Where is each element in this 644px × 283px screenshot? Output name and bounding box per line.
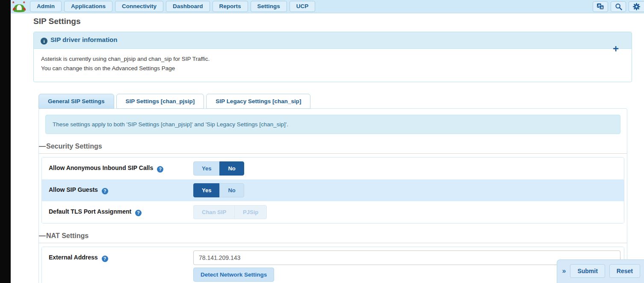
tls-chan-sip-button: Chan SIP xyxy=(193,205,234,219)
row-allow-sip-guests: Allow SIP Guests ? Yes No xyxy=(42,179,624,201)
allow-anonymous-yes-button[interactable]: Yes xyxy=(193,161,219,176)
allow-anonymous-label: Allow Anonymous Inbound SIP Calls ? xyxy=(49,164,193,173)
allow-sip-guests-toggle: Yes No xyxy=(193,183,244,197)
nav-item-admin[interactable]: Admin xyxy=(30,1,62,12)
collapse-dash-icon: — xyxy=(39,232,46,239)
row-default-tls-port: Default TLS Port Assignment ? Chan SIP P… xyxy=(42,201,624,223)
svg-text:*: * xyxy=(12,1,15,6)
search-button[interactable] xyxy=(611,1,626,12)
nav-item-reports[interactable]: Reports xyxy=(213,1,248,12)
nav-item-ucp[interactable]: UCP xyxy=(290,1,316,12)
navbar-right-tools: A xyxy=(593,1,644,12)
allow-anonymous-control: Yes No xyxy=(193,161,620,176)
translate-icon: A xyxy=(597,3,604,10)
allow-anonymous-label-text: Allow Anonymous Inbound SIP Calls xyxy=(49,164,153,171)
allow-sip-guests-no-button[interactable]: No xyxy=(219,183,244,197)
reset-button[interactable]: Reset xyxy=(609,264,640,278)
nav-item-connectivity[interactable]: Connectivity xyxy=(115,1,163,12)
page-title: SIP Settings xyxy=(33,17,632,26)
nat-settings-title: NAT Settings xyxy=(46,232,89,239)
sip-driver-info-panel: iSIP driver information + Asterisk is cu… xyxy=(33,32,632,82)
external-address-label-text: External Address xyxy=(49,254,98,261)
frog-icon: * * xyxy=(12,1,27,12)
help-icon[interactable]: ? xyxy=(135,210,142,216)
freepbx-frog-logo[interactable]: * * xyxy=(11,0,27,13)
settings-gear-button[interactable] xyxy=(629,1,644,12)
security-settings-table: Allow Anonymous Inbound SIP Calls ? Yes … xyxy=(41,157,624,223)
tab-sip-settings-chan-pjsip[interactable]: SIP Settings [chan_pjsip] xyxy=(116,94,204,109)
nat-settings-table: External Address ? Detect Network Settin… xyxy=(41,247,624,283)
section-security-settings[interactable]: —Security Settings xyxy=(39,143,627,154)
driver-info-line-1: Asterisk is currently using chan_pjsip a… xyxy=(41,54,624,64)
row-external-address: External Address ? Detect Network Settin… xyxy=(42,247,624,283)
external-address-label: External Address ? xyxy=(49,250,193,262)
tab-sip-legacy-settings-chan-sip[interactable]: SIP Legacy Settings [chan_sip] xyxy=(206,94,310,109)
collapse-dash-icon: — xyxy=(39,143,46,150)
default-tls-port-control: Chan SIP PJSip xyxy=(193,205,620,219)
gear-icon xyxy=(632,3,641,11)
allow-sip-guests-control: Yes No xyxy=(193,183,620,197)
driver-panel-header[interactable]: iSIP driver information + xyxy=(34,32,632,49)
driver-panel-title: SIP driver information xyxy=(50,36,117,43)
section-nat-settings[interactable]: —NAT Settings xyxy=(39,232,627,243)
allow-sip-guests-label-text: Allow SIP Guests xyxy=(49,186,98,193)
allow-anonymous-no-button[interactable]: No xyxy=(219,161,244,176)
svg-text:A: A xyxy=(601,6,603,9)
detect-network-settings-button[interactable]: Detect Network Settings xyxy=(193,268,274,282)
driver-panel-body: Asterisk is currently using chan_pjsip a… xyxy=(34,49,632,82)
default-tls-port-label: Default TLS Port Assignment ? xyxy=(49,208,193,216)
row-allow-anonymous: Allow Anonymous Inbound SIP Calls ? Yes … xyxy=(42,158,624,179)
nav-item-applications[interactable]: Applications xyxy=(64,1,112,12)
floating-action-bar: » Submit Reset xyxy=(557,259,644,283)
default-tls-port-toggle: Chan SIP PJSip xyxy=(193,205,267,219)
help-icon[interactable]: ? xyxy=(102,256,108,262)
settings-scope-notice: These settings apply to both 'SIP Settin… xyxy=(45,115,620,134)
default-tls-port-label-text: Default TLS Port Assignment xyxy=(49,208,131,215)
left-edge-strip xyxy=(0,0,11,283)
sip-settings-tabs-area: General SIP Settings SIP Settings [chan_… xyxy=(33,94,632,283)
security-settings-title: Security Settings xyxy=(46,143,102,150)
page-content: SIP Settings iSIP driver information + A… xyxy=(33,15,632,283)
allow-sip-guests-label: Allow SIP Guests ? xyxy=(49,186,193,194)
expand-plus-icon[interactable]: + xyxy=(613,44,619,54)
general-sip-settings-pane: These settings apply to both 'SIP Settin… xyxy=(38,108,627,283)
nav-item-dashboard[interactable]: Dashboard xyxy=(166,1,210,12)
allow-sip-guests-yes-button[interactable]: Yes xyxy=(193,183,219,197)
tab-general-sip-settings[interactable]: General SIP Settings xyxy=(38,94,114,109)
top-navbar: * * Admin Applications Connectivity Dash… xyxy=(11,0,644,13)
submit-button[interactable]: Submit xyxy=(570,264,605,278)
collapse-actions-icon[interactable]: » xyxy=(562,267,566,275)
tls-pjsip-button: PJSip xyxy=(234,205,267,219)
language-button[interactable]: A xyxy=(593,1,608,12)
svg-text:*: * xyxy=(23,1,25,6)
allow-anonymous-toggle: Yes No xyxy=(193,161,244,176)
info-icon: i xyxy=(41,38,47,45)
search-icon xyxy=(615,3,622,10)
tab-bar: General SIP Settings SIP Settings [chan_… xyxy=(38,94,632,108)
help-icon[interactable]: ? xyxy=(102,188,108,194)
main-menu: Admin Applications Connectivity Dashboar… xyxy=(30,1,315,12)
nav-item-settings[interactable]: Settings xyxy=(251,1,287,12)
driver-info-line-2: You can change this on the Advanced Sett… xyxy=(41,64,624,73)
help-icon[interactable]: ? xyxy=(157,166,163,173)
